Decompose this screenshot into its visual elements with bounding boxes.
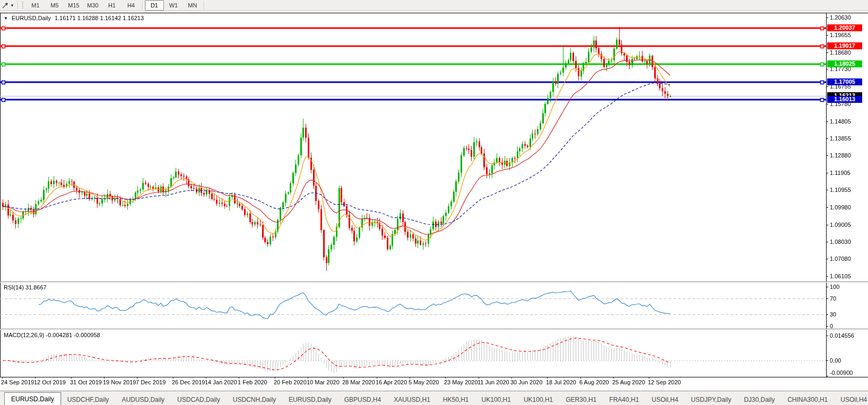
tab-usdjpy-daily[interactable]: USDJPY,Daily bbox=[684, 394, 737, 405]
toolbar-grip[interactable] bbox=[21, 2, 23, 9]
timeframe-button-m30[interactable]: M30 bbox=[83, 0, 102, 11]
tab-fra40-h1[interactable]: FRA40,H1 bbox=[603, 394, 645, 405]
tab-uk100-h1[interactable]: UK100,H1 bbox=[475, 394, 517, 405]
timeframe-button-m1[interactable]: M1 bbox=[26, 0, 45, 11]
tab-hk50-h1[interactable]: HK50,H1 bbox=[437, 394, 475, 405]
tab-usdchf-daily[interactable]: USDCHF,Daily bbox=[61, 394, 116, 405]
chevron-down-icon: ▼ bbox=[10, 3, 14, 8]
timeframe-button-d1[interactable]: D1 bbox=[145, 0, 164, 11]
timeframe-button-m15[interactable]: M15 bbox=[64, 0, 83, 11]
toolbar: ▼ M1M5M15M30H1H4D1W1MN bbox=[0, 0, 868, 11]
toolbar-separator bbox=[142, 1, 143, 10]
timeframe-button-w1[interactable]: W1 bbox=[164, 0, 183, 11]
tab-audusd-daily[interactable]: AUDUSD,Daily bbox=[115, 394, 171, 405]
timeframe-button-group: M1M5M15M30H1H4D1W1MN bbox=[26, 0, 206, 11]
chart-tab-bar: EURUSD,DailyUSDCHF,DailyAUDUSD,DailyUSDC… bbox=[0, 391, 868, 405]
tab-gbpusd-h4[interactable]: GBPUSD,H4 bbox=[338, 394, 387, 405]
tab-ger30-h1[interactable]: GER30,H1 bbox=[559, 394, 603, 405]
tab-eurusd-daily[interactable]: EURUSD,Daily bbox=[4, 392, 61, 405]
tab-usoil-h4[interactable]: USOil,H4 bbox=[645, 394, 684, 405]
toolbar-separator bbox=[204, 1, 205, 10]
tab-china300-h1[interactable]: CHINA300,H1 bbox=[781, 394, 834, 405]
timeframe-button-m5[interactable]: M5 bbox=[45, 0, 64, 11]
chart-canvas[interactable] bbox=[0, 11, 868, 391]
tab-usdcnh-daily[interactable]: USDCNH,Daily bbox=[227, 394, 282, 405]
tab-uk100-h1[interactable]: UK100,H1 bbox=[517, 394, 559, 405]
tab-usoil-h4[interactable]: USOil,H4 bbox=[834, 394, 868, 405]
crosshair-cursor-icon bbox=[2, 2, 9, 9]
tab-dj30-daily[interactable]: DJ30,Daily bbox=[737, 394, 781, 405]
cursor-tool-button[interactable]: ▼ bbox=[0, 1, 16, 10]
tab-xauusd-h1[interactable]: XAUUSD,H1 bbox=[387, 394, 437, 405]
toolbar-separator bbox=[18, 1, 19, 10]
timeframe-button-h1[interactable]: H1 bbox=[102, 0, 121, 11]
timeframe-button-h4[interactable]: H4 bbox=[121, 0, 141, 11]
tab-eurusd-daily[interactable]: EURUSD,Daily bbox=[282, 394, 338, 405]
tab-usdcad-daily[interactable]: USDCAD,Daily bbox=[171, 394, 227, 405]
timeframe-button-mn[interactable]: MN bbox=[183, 0, 202, 11]
